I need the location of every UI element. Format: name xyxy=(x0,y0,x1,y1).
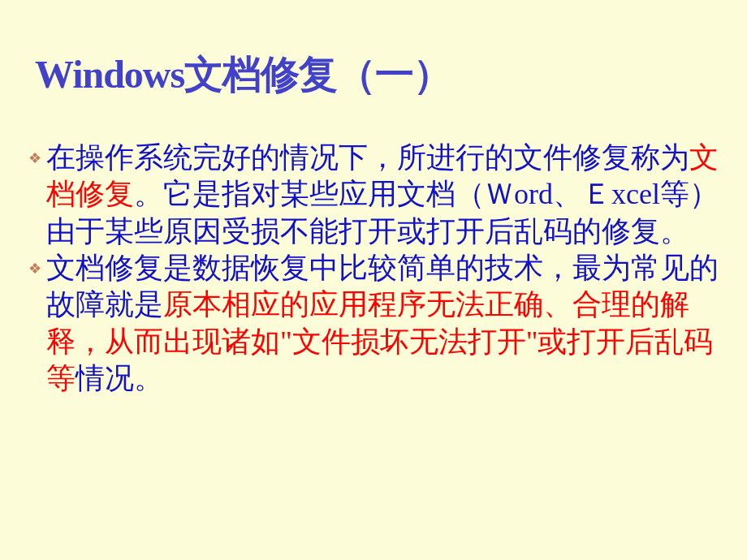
bullet-content-2: 文档修复是数据恢复中比较简单的技术，最为常见的故障就是原本相应的应用程序无法正确… xyxy=(46,250,719,397)
bullet-item-2: ❖ 文档修复是数据恢复中比较简单的技术，最为常见的故障就是原本相应的应用程序无法… xyxy=(28,250,719,397)
normal-text: 在操作系统完好的情况下，所进行的文件修复称为 xyxy=(46,141,689,174)
bullet-content-1: 在操作系统完好的情况下，所进行的文件修复称为文档修复。它是指对某些应用文档（Ｗo… xyxy=(46,140,719,250)
normal-text: 情况。 xyxy=(76,362,163,394)
slide-title: Windows文档修复（一） xyxy=(35,49,719,101)
normal-text: 。它是指对某些应用文档（Ｗord、Ｅxcel等）由于某些原因受损不能打开或打开后… xyxy=(46,178,719,247)
diamond-bullet-icon: ❖ xyxy=(28,260,41,278)
bullet-item-1: ❖ 在操作系统完好的情况下，所进行的文件修复称为文档修复。它是指对某些应用文档（… xyxy=(28,140,719,250)
diamond-bullet-icon: ❖ xyxy=(28,149,41,167)
